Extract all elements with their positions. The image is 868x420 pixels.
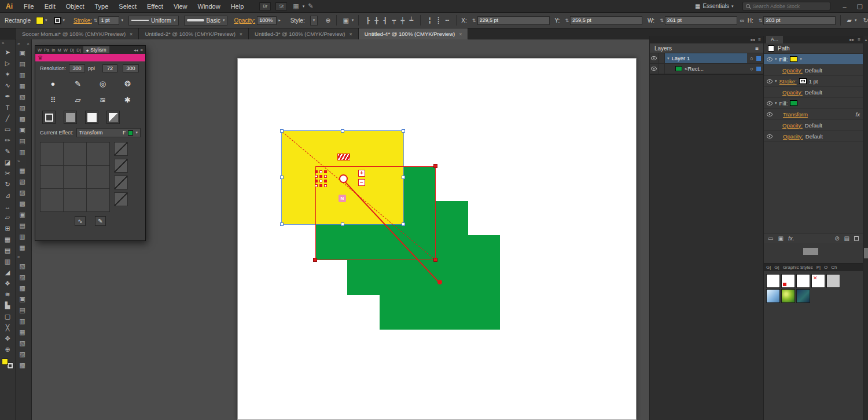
plugin-panel-icon[interactable]: ▥ — [17, 231, 31, 242]
gray-square-button[interactable] — [64, 111, 77, 124]
new-fill-icon[interactable]: ▣ — [778, 235, 783, 242]
plugin-panel-icon[interactable]: ▩ — [17, 114, 31, 125]
paintbrush-tool[interactable]: ✏ — [1, 135, 14, 146]
graphic-style-swatch[interactable] — [796, 274, 810, 288]
slice-tool[interactable]: ╳ — [1, 322, 14, 333]
appearance-row-transform[interactable]: Transform fx — [764, 109, 863, 120]
pencil-effect-icon[interactable]: ✎ — [66, 76, 90, 91]
gradient-tool[interactable]: ▥ — [1, 256, 14, 267]
swatch-chevron-icon[interactable]: ▾ — [800, 57, 802, 61]
graphic-style-swatch[interactable] — [766, 289, 780, 303]
stroke-weight-stepper[interactable]: ⇅ — [94, 18, 97, 23]
rotate-tool[interactable]: ↻ — [1, 179, 14, 190]
menu-item[interactable]: Effect — [142, 0, 168, 13]
appearance-row-opacity[interactable]: Opacity: Default — [764, 87, 863, 98]
align-bottom-icon[interactable]: ┷ — [407, 17, 415, 24]
align-right-icon[interactable]: ┨ — [381, 17, 389, 24]
brush-dropdown[interactable]: Basic ▾ — [184, 16, 228, 25]
transform-effect-link[interactable]: Transform — [783, 111, 808, 118]
disclosure-icon[interactable]: ▾ — [775, 101, 777, 105]
stroke-color-swatch[interactable] — [54, 17, 61, 24]
target-effect-icon[interactable]: ◎ — [91, 76, 115, 91]
panel-tab[interactable]: P| — [816, 265, 821, 270]
opacity-panel-arrow-icon[interactable]: ▸ — [278, 18, 281, 23]
menu-item[interactable]: Edit — [39, 0, 61, 13]
selection-handle[interactable] — [341, 222, 344, 226]
appearance-row-stroke[interactable]: ▾ Stroke: 1 pt — [764, 76, 863, 87]
panel-tab[interactable]: D| — [70, 48, 74, 53]
stylism-active-tab[interactable]: ◆ Stylism — [83, 46, 109, 53]
disclosure-icon[interactable]: ▾ — [775, 57, 777, 61]
visibility-eye-icon[interactable] — [767, 79, 773, 83]
grid-effect-icon[interactable]: ⠿ — [41, 92, 65, 107]
dock-scrollbar[interactable]: ▲ — [863, 36, 868, 420]
visibility-eye-icon[interactable] — [767, 134, 773, 138]
graphic-style-swatch[interactable] — [781, 274, 795, 288]
panel-menu-icon[interactable]: ≡ — [858, 37, 860, 42]
curve-tool-button[interactable]: ∿ — [75, 216, 86, 226]
graphic-style-swatch[interactable] — [811, 274, 825, 288]
magic-wand-tool[interactable]: ✶ — [1, 69, 14, 80]
visibility-eye-icon[interactable] — [767, 112, 773, 116]
diagonal-swatch[interactable] — [114, 192, 128, 206]
white-square-button[interactable] — [85, 111, 98, 124]
width-profile-dropdown[interactable]: Uniform ▾ — [128, 16, 179, 25]
pencil-tool-button[interactable]: ✎ — [95, 216, 106, 226]
target-circle-icon[interactable]: ○ — [747, 66, 756, 72]
document-tab[interactable]: Untitled-4* @ 100% (CMYK/Preview) × — [359, 28, 469, 39]
plugin-panel-icon[interactable]: ▨ — [17, 272, 31, 283]
document-setup-globe-icon[interactable]: ⊕ — [324, 17, 332, 24]
transform-handle[interactable] — [313, 258, 317, 262]
document-tab[interactable]: Untitled-2* @ 100% (CMYK/Preview) × — [139, 28, 249, 39]
align-top-icon[interactable]: ┯ — [389, 17, 398, 24]
symbol-sprayer-tool[interactable]: ≋ — [1, 289, 14, 300]
menu-item[interactable]: Help — [226, 0, 249, 13]
align-center-icon[interactable]: ╂ — [372, 17, 381, 24]
plugin-panel-icon[interactable]: ▤ — [17, 220, 31, 231]
x-input[interactable] — [477, 16, 550, 25]
plugin-panel-icon[interactable]: ▦ — [17, 242, 31, 253]
layer-row[interactable]: ▾ Layer 1 ○ — [650, 53, 763, 64]
shape-builder-tool[interactable]: ⊞ — [1, 223, 14, 234]
panel-menu-icon[interactable]: ≡ — [141, 48, 143, 53]
panel-tab[interactable]: Ch — [831, 265, 837, 270]
menu-item[interactable]: View — [168, 0, 193, 13]
toolbar-collapse-icon[interactable]: » — [2, 40, 4, 47]
selection-tool[interactable]: ➤ — [1, 47, 14, 58]
selection-handle[interactable] — [280, 129, 284, 133]
rotate-options-icon[interactable]: ↻ — [862, 17, 868, 24]
selection-handle[interactable] — [402, 129, 405, 133]
plugin-panel-icon[interactable]: ▥ — [17, 70, 31, 81]
panel-tab[interactable]: W — [38, 48, 42, 53]
menu-item[interactable]: Type — [90, 0, 114, 13]
visibility-eye-icon[interactable] — [651, 56, 657, 60]
w-stepper[interactable]: ⇅ — [660, 18, 663, 23]
stroke-chevron-icon[interactable]: ▾ — [63, 18, 65, 23]
lock-cell[interactable] — [659, 53, 665, 63]
menu-item[interactable]: Window — [193, 0, 226, 13]
style-dropdown[interactable]: ▾ — [310, 16, 318, 25]
stock-search[interactable] — [742, 2, 830, 10]
stroke-weight-input[interactable] — [98, 16, 119, 25]
plugin-panel-icon[interactable]: ▣ — [17, 294, 31, 305]
panel-tab[interactable]: Pa — [44, 48, 49, 53]
plugin-panel-icon[interactable]: ▨ — [17, 103, 31, 114]
stroke-panel-link[interactable]: Stroke: — [73, 17, 92, 24]
select-similar-icon[interactable]: ▣ — [341, 17, 350, 24]
rectangle-tool[interactable]: ▭ — [1, 124, 14, 135]
perspective-grid-tool[interactable]: ▦ — [1, 234, 14, 245]
fill-color-swatch[interactable] — [36, 17, 43, 24]
h-input[interactable] — [763, 16, 836, 25]
stripes-gizmo-icon[interactable] — [337, 154, 350, 160]
type-tool[interactable]: T — [1, 102, 14, 113]
search-input[interactable] — [752, 3, 827, 9]
free-transform-tool[interactable]: ▱ — [1, 212, 14, 223]
duplicate-item-icon[interactable]: ▤ — [844, 235, 849, 242]
collapse-panel-icon[interactable]: ◂◂ — [750, 37, 755, 42]
selection-handle[interactable] — [402, 176, 405, 179]
clear-appearance-icon[interactable]: ⊘ — [834, 235, 839, 242]
plugin-panel-icon[interactable]: ▩ — [17, 283, 31, 294]
distribute-horizontal-icon[interactable]: ╏ — [425, 17, 434, 24]
menu-item[interactable]: File — [19, 0, 39, 13]
x-stepper[interactable]: ⇅ — [472, 18, 476, 23]
